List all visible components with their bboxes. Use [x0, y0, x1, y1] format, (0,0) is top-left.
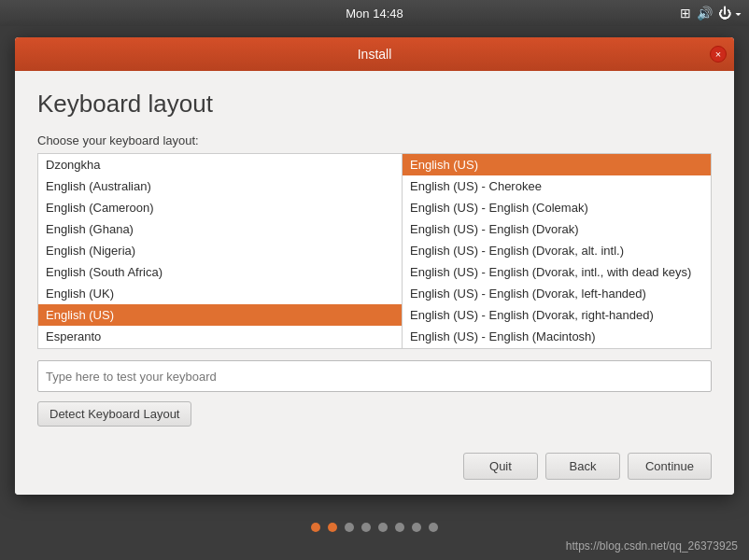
- list-item[interactable]: Esperanto: [38, 326, 402, 347]
- back-button[interactable]: Back: [545, 453, 620, 480]
- progress-dot: [345, 523, 354, 532]
- progress-dot: [395, 523, 404, 532]
- list-item[interactable]: English (South Africa): [38, 261, 402, 283]
- progress-dot: [378, 523, 388, 532]
- language-list[interactable]: DzongkhaEnglish (Australian)English (Cam…: [38, 154, 403, 348]
- progress-dot: [311, 523, 320, 532]
- topbar-icons: ⊞ 🔊 ⏻ ▾: [680, 6, 742, 21]
- volume-icon: 🔊: [697, 6, 713, 21]
- keyboard-test-input[interactable]: [37, 360, 712, 392]
- list-item[interactable]: English (US) - English (Colemak): [403, 197, 711, 218]
- list-item[interactable]: English (US) - English (Dvorak, left-han…: [403, 283, 711, 304]
- close-button[interactable]: ×: [710, 46, 727, 63]
- page-title: Keyboard layout: [37, 90, 712, 119]
- detect-keyboard-button[interactable]: Detect Keyboard Layout: [37, 401, 191, 427]
- install-window: Install × Keyboard layout Choose your ke…: [15, 37, 734, 495]
- list-item[interactable]: English (US) - Cherokee: [403, 175, 711, 197]
- list-item[interactable]: English (US) - English (Dvorak, intl., w…: [403, 261, 711, 283]
- content-area: Keyboard layout Choose your keyboard lay…: [15, 71, 734, 441]
- list-item[interactable]: English (US) - English (Dvorak, right-ha…: [403, 304, 711, 326]
- topbar: Mon 14:48 ⊞ 🔊 ⏻ ▾: [0, 0, 749, 26]
- list-item[interactable]: English (US) - English (Macintosh): [403, 326, 711, 347]
- list-item[interactable]: English (Cameroon): [38, 197, 402, 218]
- list-item[interactable]: English (US) - English (Dvorak): [403, 218, 711, 240]
- window-title: Install: [358, 47, 392, 62]
- progress-dot: [361, 523, 371, 532]
- url-bar: https://blog.csdn.net/qq_26373925: [566, 539, 738, 553]
- topbar-time: Mon 14:48: [346, 7, 403, 21]
- list-item[interactable]: English (US): [403, 154, 711, 175]
- layout-lists: DzongkhaEnglish (Australian)English (Cam…: [37, 153, 712, 349]
- list-item[interactable]: Dzongkha: [38, 154, 402, 175]
- list-item[interactable]: English (Nigeria): [38, 240, 402, 261]
- variant-list[interactable]: English (US)English (US) - CherokeeEngli…: [403, 154, 711, 348]
- power-icon[interactable]: ⏻ ▾: [718, 6, 742, 21]
- network-icon: ⊞: [680, 6, 691, 21]
- progress-dots: [0, 523, 749, 532]
- choose-label: Choose your keyboard layout:: [37, 133, 712, 147]
- progress-dot: [412, 523, 421, 532]
- list-item[interactable]: English (UK): [38, 283, 402, 304]
- quit-button[interactable]: Quit: [463, 453, 538, 480]
- list-item[interactable]: English (Australian): [38, 175, 402, 197]
- bottom-bar: Quit Back Continue: [15, 441, 734, 495]
- progress-dot: [328, 523, 337, 532]
- progress-dot: [429, 523, 438, 532]
- list-item[interactable]: English (Ghana): [38, 218, 402, 240]
- list-item[interactable]: English (US): [38, 304, 402, 326]
- list-item[interactable]: English (US) - English (Dvorak, alt. int…: [403, 240, 711, 261]
- continue-button[interactable]: Continue: [628, 453, 712, 480]
- titlebar: Install ×: [15, 37, 734, 71]
